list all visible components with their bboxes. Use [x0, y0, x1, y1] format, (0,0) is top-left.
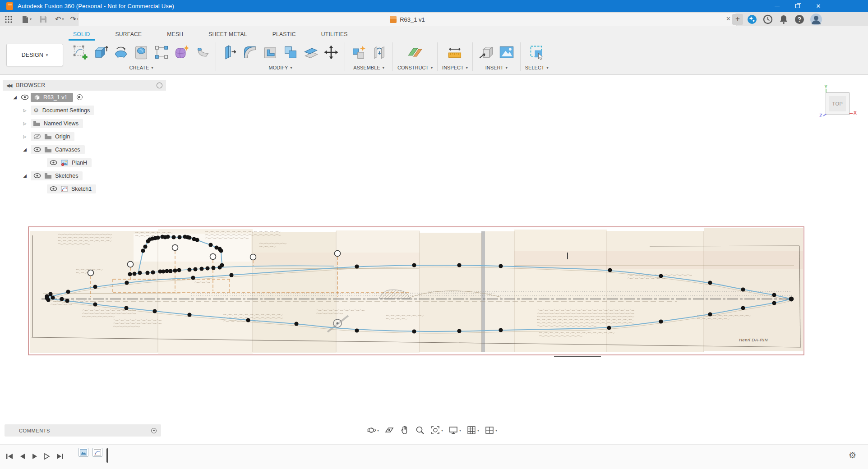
fillet-button[interactable]: [241, 42, 259, 62]
joint-button[interactable]: [370, 42, 388, 62]
minimize-browser-icon[interactable]: [157, 83, 162, 88]
sketch-point[interactable]: [772, 293, 776, 297]
sketch-point[interactable]: [65, 299, 69, 303]
expand-triangle-icon[interactable]: ◢: [12, 95, 18, 100]
new-tab-button[interactable]: +: [732, 14, 743, 25]
viewcube[interactable]: Y TOP Z -X: [821, 85, 868, 125]
restore-button[interactable]: [787, 0, 808, 12]
sketch-point[interactable]: [165, 269, 169, 273]
eye-icon[interactable]: [50, 186, 57, 192]
fit-button[interactable]: ▾: [430, 425, 443, 435]
save-button[interactable]: [38, 14, 49, 25]
sketch-point[interactable]: [607, 326, 611, 330]
expand-triangle-icon[interactable]: ◢: [22, 173, 28, 178]
browser-row-sketches[interactable]: ◢ Sketches: [3, 169, 166, 182]
construct-menu[interactable]: CONSTRUCT ▾: [397, 63, 433, 72]
orbit-button[interactable]: ▾: [366, 425, 379, 435]
tab-surface[interactable]: SURFACE: [111, 27, 147, 41]
timeline-step-back-button[interactable]: [19, 453, 26, 460]
construct-plane-button[interactable]: [406, 42, 424, 62]
timeline-item-sketch[interactable]: [92, 448, 102, 457]
timeline-go-to-start-button[interactable]: [5, 453, 14, 460]
sketch-point[interactable]: [132, 271, 136, 276]
sketch-point[interactable]: [772, 301, 776, 305]
collapsed-triangle-icon[interactable]: ▷: [22, 134, 28, 139]
sketch-circle[interactable]: [250, 254, 256, 260]
tab-utilities[interactable]: UTILITIES: [317, 27, 352, 41]
undo-button[interactable]: ↶▾: [53, 14, 65, 25]
offset-face-button[interactable]: [302, 42, 320, 62]
eye-icon[interactable]: [33, 147, 41, 152]
sketch-point[interactable]: [125, 280, 129, 285]
tab-solid[interactable]: SOLID: [69, 27, 95, 41]
assemble-menu[interactable]: ASSEMBLE ▾: [353, 63, 384, 72]
sketch-circle[interactable]: [128, 262, 134, 267]
sketch-point[interactable]: [355, 264, 359, 268]
comments-bar[interactable]: COMMENTS: [5, 424, 161, 437]
sketch-point[interactable]: [93, 302, 97, 306]
sketch-point[interactable]: [93, 285, 97, 289]
sketch-point[interactable]: [193, 267, 197, 271]
sketch-point[interactable]: [294, 322, 298, 326]
sketch-point[interactable]: [195, 238, 199, 242]
browser-row-root[interactable]: ◢ R63_1 v1: [3, 91, 166, 104]
revolve-button[interactable]: [112, 42, 130, 62]
sketch-point[interactable]: [608, 268, 612, 272]
sketch-point[interactable]: [171, 235, 175, 239]
sketch-point[interactable]: [191, 276, 195, 280]
combine-button[interactable]: [282, 42, 300, 62]
sketch-point[interactable]: [355, 328, 359, 332]
sketch-point[interactable]: [151, 270, 155, 274]
sketch-circle[interactable]: [172, 245, 178, 251]
timeline-step-forward-button[interactable]: [44, 453, 50, 460]
create-form-button[interactable]: [173, 42, 191, 62]
sketch-point[interactable]: [177, 268, 181, 272]
sketch-point[interactable]: [708, 312, 712, 316]
file-menu-button[interactable]: ▾: [20, 14, 33, 25]
browser-row-document-settings[interactable]: ▷ ⚙ Document Settings: [3, 104, 166, 117]
collapse-panel-icon[interactable]: ◀◀: [6, 83, 11, 88]
preferences-gear-icon[interactable]: ⚙: [849, 450, 856, 460]
sketch-point[interactable]: [156, 235, 160, 239]
create-menu[interactable]: CREATE ▾: [129, 63, 153, 72]
document-tab[interactable]: R63_1 v1 ✕: [78, 12, 737, 26]
sketch-point[interactable]: [141, 248, 145, 253]
eye-hidden-icon[interactable]: [33, 133, 41, 139]
app-grid-button[interactable]: [3, 14, 14, 25]
sketch-point[interactable]: [499, 328, 503, 332]
sketch-point[interactable]: [66, 290, 70, 294]
browser-header[interactable]: ◀◀ BROWSER: [3, 80, 166, 91]
sketch-point[interactable]: [211, 266, 215, 270]
sketch-point[interactable]: [659, 319, 663, 323]
timeline-position-marker[interactable]: [106, 448, 108, 463]
sketch-point[interactable]: [48, 292, 52, 296]
select-button[interactable]: [528, 42, 546, 62]
modify-menu[interactable]: MODIFY ▾: [269, 63, 292, 72]
sketch-circle[interactable]: [88, 270, 94, 276]
sketch-point[interactable]: [741, 287, 745, 291]
viewcube-top-face[interactable]: TOP: [826, 92, 850, 115]
sketch-point[interactable]: [166, 234, 170, 239]
eye-icon[interactable]: [21, 94, 29, 100]
sketch-point[interactable]: [741, 306, 745, 310]
move-copy-button[interactable]: [322, 42, 340, 62]
browser-row-canvases[interactable]: ◢ Canvases: [3, 143, 166, 156]
measure-button[interactable]: [446, 42, 464, 62]
timeline-play-button[interactable]: [32, 453, 38, 460]
root-component[interactable]: R63_1 v1: [31, 93, 73, 102]
extensions-icon[interactable]: [747, 14, 757, 25]
eye-icon[interactable]: [33, 173, 41, 179]
sketch-point[interactable]: [187, 313, 191, 317]
document-tab-close-icon[interactable]: ✕: [726, 16, 731, 22]
minimize-button[interactable]: [766, 0, 787, 12]
browser-row-planh[interactable]: PlanH: [3, 156, 166, 169]
display-settings-button[interactable]: ▾: [448, 425, 461, 435]
tab-mesh[interactable]: MESH: [162, 27, 188, 41]
grid-snaps-button[interactable]: ▾: [466, 425, 479, 435]
sketch-point[interactable]: [51, 295, 55, 299]
sketch-point[interactable]: [220, 263, 224, 267]
new-component-button[interactable]: [350, 42, 368, 62]
sketch-point[interactable]: [45, 296, 49, 300]
sketch-point[interactable]: [173, 268, 177, 272]
sketch-point[interactable]: [457, 263, 461, 267]
